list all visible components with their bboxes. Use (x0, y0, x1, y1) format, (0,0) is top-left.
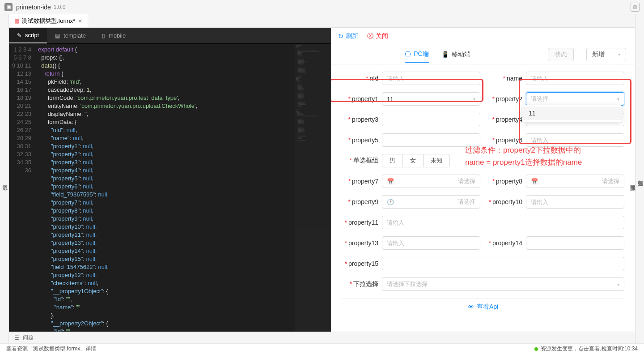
input-property6[interactable] (526, 133, 624, 147)
select-property7[interactable]: 📅请选择 (382, 175, 480, 188)
template-icon: ▤ (55, 33, 60, 39)
preview-header: 🖵 PC端 📱 移动端 状态 新增 ▾ (331, 45, 635, 64)
refresh-icon: ↻ (338, 33, 343, 40)
titlebar-button[interactable]: ⎚ (631, 3, 640, 12)
calendar-icon: 📅 (387, 178, 394, 185)
input-property14[interactable] (526, 236, 624, 250)
calendar-icon: 📅 (531, 178, 538, 185)
tab-template[interactable]: ▤ template (47, 28, 94, 43)
radio-group: 男 女 未知 (382, 154, 450, 167)
select-property8[interactable]: 📅请选择 (526, 175, 624, 188)
label-property9: *property9 (342, 198, 378, 205)
status-left[interactable]: 查看资源「测试数据类型.formx」详情 (6, 345, 96, 353)
preview-toolbar: ↻ 刷新 ⓧ 关闭 (331, 28, 635, 45)
app-version: 1.0.0 (54, 4, 66, 10)
problems-label: 问题 (23, 334, 34, 341)
file-tab-label: 测试数据类型.formx* (22, 17, 75, 25)
preview-pane: ↻ 刷新 ⓧ 关闭 🖵 PC端 📱 (331, 28, 635, 332)
close-icon[interactable]: ✕ (78, 18, 82, 24)
radio-unknown[interactable]: 未知 (423, 154, 450, 167)
label-property11: *property11 (342, 219, 378, 226)
left-sidebar[interactable]: 资源 (0, 14, 9, 343)
chevron-down-icon: ▾ (617, 282, 619, 287)
editor-tabs: ✎ script ▤ template ▯ mobile (9, 28, 330, 44)
radio-female[interactable]: 女 (402, 154, 424, 167)
label-property5: *property5 (342, 136, 378, 144)
label-property7: *property7 (342, 178, 378, 185)
view-api-link[interactable]: 👁 查看Api (342, 298, 624, 316)
tab-mobile[interactable]: ▯ mobile (94, 28, 134, 43)
dropdown-options: 11 (522, 105, 622, 122)
dropdown-option[interactable]: 11 (522, 107, 622, 120)
status-right[interactable]: 资源发生变更，点击查看,检查时间:10:34 (541, 345, 638, 353)
label-property1: *property1 (342, 95, 378, 102)
label-property6: *property6 (486, 136, 522, 144)
label-dropdown: *下拉选择 (342, 280, 378, 288)
refresh-button[interactable]: ↻ 刷新 (338, 32, 358, 40)
bottom-panel[interactable]: ☰ 问题 (9, 332, 635, 343)
input-property13[interactable] (382, 236, 480, 250)
desktop-icon: 🖵 (405, 51, 411, 58)
input-property10[interactable] (526, 195, 624, 209)
tab-pc[interactable]: 🖵 PC端 (405, 47, 428, 63)
chevron-down-icon: ▾ (618, 52, 620, 57)
label-property3: *property3 (342, 116, 378, 123)
select-property2[interactable]: 请选择 ▾ (526, 92, 624, 106)
chevron-down-icon: ▾ (473, 97, 475, 102)
label-property15: *property15 (342, 260, 378, 267)
select-property1[interactable]: 11 ▾ (382, 92, 480, 106)
sidebar-item-resources[interactable]: 资源 (1, 180, 8, 181)
state-select[interactable]: 状态 (548, 48, 574, 61)
file-tabs: ▦ 测试数据类型.formx* ✕ (9, 14, 635, 28)
input-property11[interactable] (382, 216, 624, 229)
minimap[interactable]: export default { props: {}, data() { ret… (295, 44, 330, 332)
label-property4: *property4 (486, 116, 522, 123)
file-tab[interactable]: ▦ 测试数据类型.formx* ✕ (9, 14, 88, 27)
list-icon: ☰ (14, 335, 19, 341)
status-bar: 查看资源「测试数据类型.formx」详情 资源发生变更，点击查看,检查时间:10… (0, 343, 644, 354)
chevron-down-icon: ▾ (617, 97, 619, 102)
code-editor[interactable]: 1 2 3 4 5 6 7 8 9 10 11 12 13 14 15 16 1… (9, 44, 330, 332)
eye-icon: 👁 (468, 303, 474, 311)
select-dropdown[interactable]: 请选择下拉选择 ▾ (382, 277, 624, 291)
right-sidebar: 数据源 离线资源 (635, 14, 644, 343)
label-property2: *property2 (486, 95, 522, 102)
tab-mobile-preview[interactable]: 📱 移动端 (441, 47, 470, 63)
close-button[interactable]: ⓧ 关闭 (367, 32, 388, 40)
mobile-icon: ▯ (102, 33, 105, 39)
sidebar-item-datasource[interactable]: 数据源 (636, 176, 644, 177)
input-nid[interactable] (382, 72, 480, 85)
label-property10: *property10 (486, 198, 522, 205)
label-nid: *nId (342, 75, 378, 82)
phone-icon: 📱 (441, 51, 449, 58)
tab-script[interactable]: ✎ script (9, 28, 47, 43)
app-name: primeton-ide (16, 4, 51, 11)
label-name: *name (486, 75, 522, 82)
mode-select[interactable]: 新增 ▾ (586, 48, 626, 61)
label-radio: *单选框组 (342, 157, 378, 165)
editor-pane: ✎ script ▤ template ▯ mobile 1 2 3 4 5 6… (9, 28, 331, 332)
input-name[interactable] (526, 72, 624, 85)
select-property9[interactable]: 🕐请选择 (382, 195, 480, 209)
wand-icon: ✎ (17, 32, 21, 38)
app-logo-icon: ▣ (4, 3, 13, 11)
status-dot-icon (534, 347, 538, 351)
file-icon: ▦ (14, 18, 19, 24)
input-property3[interactable] (382, 113, 480, 126)
clock-icon: 🕐 (387, 199, 394, 205)
titlebar: ▣ primeton-ide 1.0.0 ⎚ (0, 0, 644, 14)
radio-male[interactable]: 男 (382, 154, 403, 167)
label-property13: *property13 (342, 239, 378, 247)
input-property15[interactable] (382, 257, 624, 270)
input-property5[interactable] (382, 133, 480, 147)
form-preview: *nId *name *property1 11 (331, 64, 635, 332)
label-property14: *property14 (486, 239, 522, 247)
close-circle-icon: ⓧ (367, 32, 373, 40)
label-property8: *property8 (486, 178, 522, 185)
